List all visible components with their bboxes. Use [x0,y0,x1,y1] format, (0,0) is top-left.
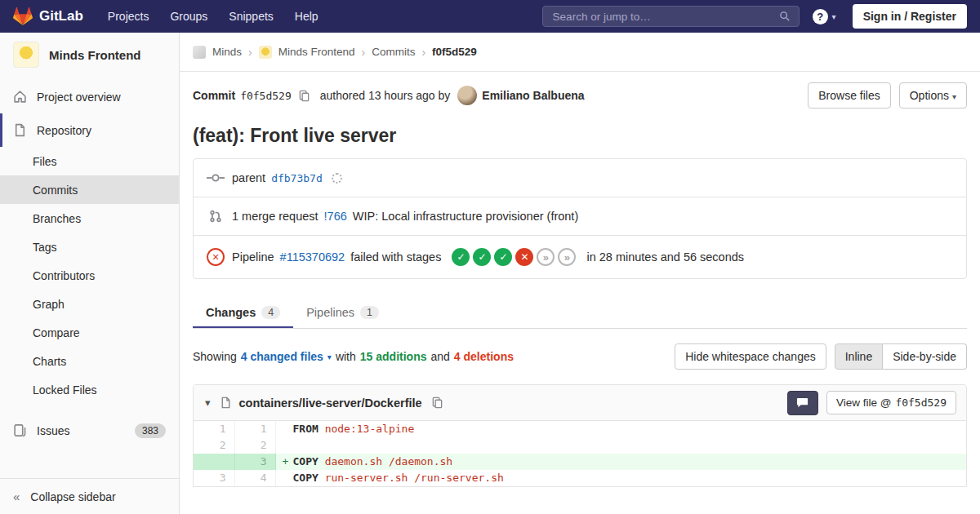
sidebar-item-graph[interactable]: Graph [0,290,179,318]
pipeline-mini-graph: ✓✓✓✕»» [450,248,577,266]
author-name-link[interactable]: Emiliano Balbuena [482,89,584,102]
help-dropdown[interactable]: ? ▾ [813,9,836,24]
diff-row: 34COPY run-server.sh /run-server.sh [194,470,966,486]
sidebar-item-files[interactable]: Files [0,147,179,175]
tab-pipelines[interactable]: Pipelines 1 [293,297,392,328]
new-line-number[interactable]: 2 [234,437,275,454]
inline-view-button[interactable]: Inline [835,343,883,370]
menu-projects[interactable]: Projects [108,10,149,23]
stage-passed-icon[interactable]: ✓ [473,248,491,266]
stage-failed-icon[interactable]: ✕ [515,248,533,266]
diff-summary-row: Showing 4 changed files ▾ with 15 additi… [193,343,967,370]
comment-bubble-icon [796,397,808,409]
copy-icon [298,90,310,102]
collapse-icon: « [13,490,20,503]
search-icon[interactable] [779,11,791,22]
sidebar-item-contributors[interactable]: Contributors [0,261,179,290]
breadcrumb-minds[interactable]: Minds [212,46,242,58]
parent-label: parent [232,171,265,184]
deletions-count: 4 deletions [454,350,514,363]
collapse-diff-icon[interactable]: ▾ [203,397,212,409]
tab-changes[interactable]: Changes 4 [193,297,293,328]
toggle-comments-button[interactable] [787,391,818,415]
top-navbar: GitLab Projects Groups Snippets Help ? ▾… [0,0,980,33]
commit-actions: Browse files Options▾ [808,82,967,109]
search-box [542,6,800,27]
sidebar-item-charts[interactable]: Charts [0,347,179,375]
diff-code-line: FROM node:13-alpine [275,421,966,437]
search-input[interactable] [551,10,779,24]
changed-files-dropdown[interactable]: 4 changed files ▾ [241,350,332,363]
showing-text: Showing [193,350,237,363]
menu-groups[interactable]: Groups [170,10,207,23]
pipeline-row: ✕ Pipeline #115370692 failed with stages… [194,236,966,278]
parent-row: parent dfb73b7d [194,159,966,197]
pipeline-status-text: failed with stages [350,250,441,264]
commit-info-box: parent dfb73b7d 1 merge request !766 WIP… [193,158,967,279]
new-line-number[interactable]: 3 [234,454,275,470]
new-line-number[interactable]: 1 [234,421,275,437]
stage-passed-icon[interactable]: ✓ [452,248,470,266]
old-line-number[interactable]: 1 [194,421,234,437]
brand-name: GitLab [39,8,83,24]
view-file-button[interactable]: View file @ f0f5d529 [826,391,956,414]
collapse-sidebar-button[interactable]: « Collapse sidebar [0,478,179,514]
new-line-number[interactable]: 4 [234,470,275,486]
sidebar-item-branches[interactable]: Branches [0,204,179,233]
merge-request-link[interactable]: !766 [324,210,347,223]
sidebar-item-compare[interactable]: Compare [0,318,179,347]
side-by-side-view-button[interactable]: Side-by-side [883,343,967,370]
issues-icon [13,423,27,437]
stage-skipped-icon[interactable]: » [558,248,576,266]
parent-sha-link[interactable]: dfb73b7d [271,172,323,184]
menu-snippets[interactable]: Snippets [229,10,273,23]
commit-label: Commit [193,89,235,102]
project-header-link[interactable]: Minds Frontend [0,33,179,77]
copy-sha-button[interactable] [296,90,312,102]
diff-table: 11FROM node:13-alpine223+COPY daemon.sh … [194,421,966,486]
project-mini-avatar [259,46,272,59]
authored-text: authored 13 hours ago by [320,89,451,102]
and-text: and [430,350,449,363]
main-menu: Projects Groups Snippets Help [108,10,318,23]
sidebar-item-repository[interactable]: Repository [0,113,179,147]
sidebar-item-tags[interactable]: Tags [0,233,179,261]
issues-count-badge: 383 [135,423,166,438]
old-line-number[interactable]: 2 [194,437,234,454]
chevron-right-icon: › [421,46,425,59]
breadcrumb-minds-frontend[interactable]: Minds Frontend [278,46,355,58]
sign-in-button[interactable]: Sign in / Register [853,4,967,29]
breadcrumb-commits[interactable]: Commits [372,46,415,58]
gitlab-home-link[interactable]: GitLab [13,7,83,26]
author-avatar[interactable] [457,86,477,105]
diff-code-line: +COPY daemon.sh /daemon.sh [275,454,966,470]
pipelines-count-badge: 1 [360,306,379,319]
sidebar-item-commits[interactable]: Commits [0,175,179,204]
additions-count: 15 additions [360,350,427,363]
stage-skipped-icon[interactable]: » [537,248,555,266]
merge-request-title: WIP: Local infrastructure provisioner (f… [353,210,578,223]
diff-file-header: ▾ containers/live-server/Dockerfile [194,385,966,421]
repository-icon [13,123,27,137]
options-dropdown-button[interactable]: Options▾ [899,82,967,109]
stage-passed-icon[interactable]: ✓ [494,248,512,266]
old-line-number[interactable] [194,454,234,470]
pipeline-link[interactable]: #115370692 [280,250,345,264]
old-line-number[interactable]: 3 [194,470,234,486]
sidebar-item-locked-files[interactable]: Locked Files [0,375,179,404]
chevron-down-icon: ▾ [832,12,836,21]
sidebar-item-project-overview[interactable]: Project overview [0,80,179,113]
browse-files-button[interactable]: Browse files [808,82,890,109]
commit-sha: f0f5d529 [240,90,292,102]
copy-file-path-button[interactable] [430,397,445,409]
diff-mode-toggle: Inline Side-by-side [835,343,967,370]
menu-help[interactable]: Help [295,10,318,23]
collapse-label: Collapse sidebar [30,490,115,503]
hide-whitespace-button[interactable]: Hide whitespace changes [675,343,826,370]
sidebar-item-issues[interactable]: Issues 383 [0,414,179,447]
repository-submenu: Files Commits Branches Tags Contributors… [0,147,179,404]
merge-request-prefix: 1 merge request [232,210,318,223]
diff-code-line [275,437,966,454]
project-name: Minds Frontend [49,48,141,62]
chevron-down-icon: ▾ [952,92,956,101]
